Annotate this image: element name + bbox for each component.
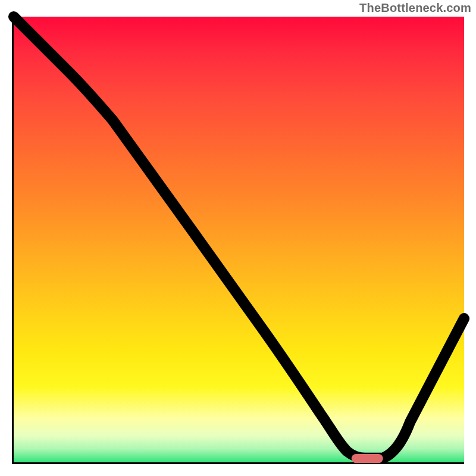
chart-svg bbox=[14, 17, 464, 467]
chart-plot-area bbox=[12, 17, 464, 464]
bottleneck-curve bbox=[14, 17, 464, 458]
min-plateau-marker bbox=[352, 454, 383, 463]
watermark-text: TheBottleneck.com bbox=[359, 1, 471, 15]
